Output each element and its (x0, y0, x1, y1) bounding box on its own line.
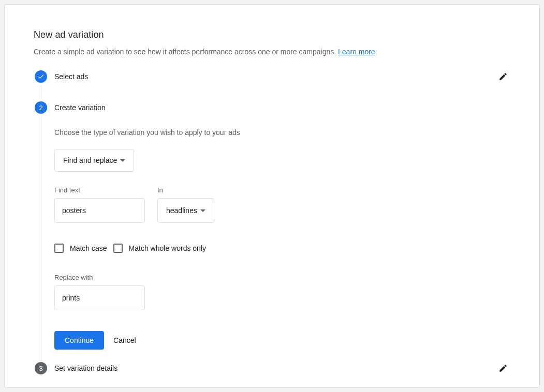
variation-helper-text: Choose the type of variation you wish to… (54, 128, 510, 137)
variation-type-value: Find and replace (63, 156, 117, 164)
create-variation-content: Choose the type of variation you wish to… (54, 114, 510, 350)
page-subtitle: Create a simple ad variation to see how … (34, 48, 510, 56)
cancel-button[interactable]: Cancel (113, 336, 136, 344)
step-rail: 3 (34, 362, 48, 374)
in-label: In (157, 186, 214, 194)
match-whole-words-label: Match whole words only (129, 244, 206, 252)
match-case-checkbox[interactable]: Match case (54, 244, 107, 253)
step-select-ads-title: Select ads (54, 72, 88, 81)
page-subtitle-text: Create a simple ad variation to see how … (34, 48, 338, 56)
chevron-down-icon (120, 159, 125, 162)
match-whole-words-checkbox[interactable]: Match whole words only (113, 244, 206, 253)
find-text-label: Find text (54, 186, 145, 194)
replace-with-input[interactable] (54, 285, 145, 310)
pencil-icon (498, 72, 508, 81)
edit-select-ads-button[interactable] (496, 69, 510, 84)
step-rail (34, 70, 48, 101)
checkbox-box (54, 244, 64, 253)
step-number-2: 2 (35, 101, 47, 114)
in-value: headlines (166, 206, 197, 215)
in-select[interactable]: headlines (157, 198, 214, 223)
pencil-icon (498, 364, 508, 373)
step-connector (41, 85, 41, 99)
new-ad-variation-card: New ad variation Create a simple ad vari… (4, 4, 540, 388)
checkbox-box (113, 244, 123, 253)
find-text-input[interactable] (54, 198, 145, 223)
step-completed-icon (35, 70, 47, 83)
step-create-variation: 2 Create variation Choose the type of va… (34, 101, 510, 362)
learn-more-link[interactable]: Learn more (338, 48, 375, 56)
page-title: New ad variation (34, 29, 510, 40)
step-select-ads: Select ads (34, 70, 510, 101)
edit-set-details-button[interactable] (496, 361, 510, 375)
check-icon (37, 73, 45, 80)
variation-type-select[interactable]: Find and replace (54, 149, 134, 172)
step-set-details: 3 Set variation details (34, 362, 510, 374)
step-number-3: 3 (35, 362, 47, 374)
match-case-label: Match case (70, 244, 107, 252)
step-rail: 2 (34, 101, 48, 362)
continue-button[interactable]: Continue (54, 331, 104, 350)
replace-with-label: Replace with (54, 274, 145, 281)
step-create-variation-title: Create variation (54, 103, 106, 112)
step-connector (41, 116, 41, 360)
step-set-details-title: Set variation details (54, 364, 117, 372)
chevron-down-icon (200, 209, 205, 212)
